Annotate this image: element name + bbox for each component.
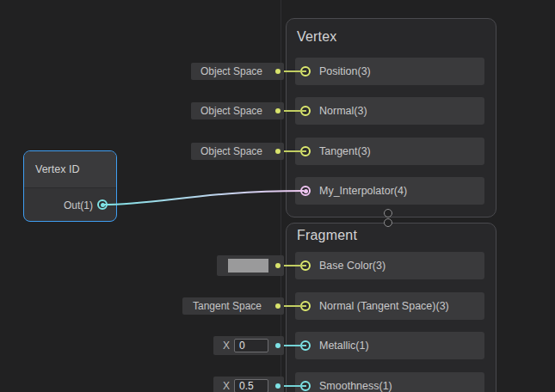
edge-layer bbox=[0, 0, 555, 392]
edge-vertexid-to-interpolator[interactable] bbox=[102, 191, 304, 205]
shader-graph-canvas[interactable]: Vertex Fragment Position(3) Normal(3) Ta… bbox=[0, 0, 555, 392]
